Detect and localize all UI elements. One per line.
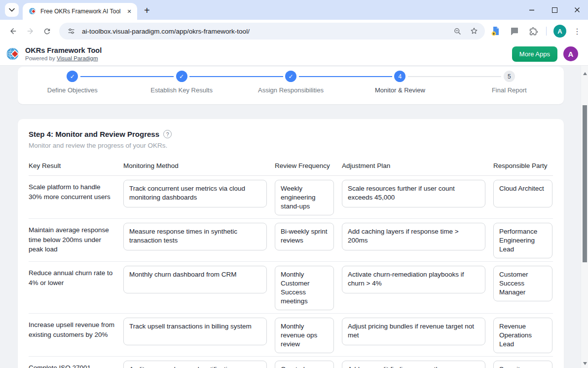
triangle-down-icon	[583, 362, 587, 365]
triangle-up-icon	[583, 72, 587, 75]
forward-button[interactable]	[23, 24, 37, 39]
key-result-text: Complete ISO 27001 certification for all…	[29, 361, 115, 368]
monitoring-method-box[interactable]: Monthly churn dashboard from CRM	[123, 266, 267, 293]
panel-subtitle: Monitor and review the progress of your …	[29, 142, 553, 149]
monitoring-method-box[interactable]: Track concurrent user metrics via cloud …	[123, 180, 267, 207]
key-result-text: Increase upsell revenue from existing cu…	[29, 318, 115, 339]
toolbar-divider	[546, 27, 547, 36]
monitoring-method-box[interactable]: Measure response times in synthetic tran…	[123, 223, 267, 250]
tab-close-icon[interactable]: ✕	[125, 7, 133, 15]
monitoring-method-box[interactable]: Track upsell transactions in billing sys…	[123, 318, 267, 345]
adjustment-plan-box[interactable]: Scale resources further if user count ex…	[342, 180, 485, 207]
stepper-step: 4 Monitor & Review	[345, 71, 454, 94]
step-circle[interactable]: ✓	[67, 71, 78, 82]
extensions-puzzle-icon[interactable]	[527, 25, 539, 37]
review-frequency-box[interactable]: Weekly engineering stand-ups	[275, 180, 334, 215]
results-table: Key Result Monitoring Method Review Freq…	[29, 162, 553, 368]
powered-by-link[interactable]: Visual Paradigm	[57, 55, 98, 61]
arrow-right-icon	[26, 27, 35, 36]
app-header: OKRs Framework Tool Powered by Visual Pa…	[0, 42, 588, 66]
table-header-row: Key Result Monitoring Method Review Freq…	[29, 162, 553, 176]
step-panel: Step 4: Monitor and Review Progress ? Mo…	[18, 119, 564, 368]
stepper-step: 5 Final Report	[455, 71, 564, 94]
step-label: Define Objectives	[47, 86, 98, 94]
scrollbar[interactable]	[581, 66, 588, 368]
browser-tab[interactable]: Free OKRs Framework AI Tool | ✕	[23, 3, 137, 20]
scrollbar-down-arrow[interactable]	[581, 360, 588, 367]
responsible-party-box[interactable]: Performance Engineering Lead	[493, 223, 552, 258]
url-bar[interactable]: ai-toolbox.visual-paradigm.com/app/okrs-…	[59, 23, 485, 40]
stepper-step: ✓ Define Objectives	[18, 71, 127, 94]
table-row: Scale platform to handle 30% more concur…	[29, 176, 553, 219]
browser-titlebar: Free OKRs Framework AI Tool | ✕ +	[0, 0, 588, 20]
step-circle[interactable]: 4	[394, 71, 405, 82]
new-tab-button[interactable]: +	[144, 5, 150, 15]
column-header: Key Result	[29, 162, 115, 169]
tab-search-button[interactable]	[5, 3, 19, 17]
key-result-text: Maintain average response time below 200…	[29, 223, 115, 254]
monitoring-method-box[interactable]: Audit progress logs and certification	[123, 361, 267, 368]
responsible-party-box[interactable]: Revenue Operations Lead	[493, 318, 552, 353]
help-icon[interactable]: ?	[163, 130, 172, 138]
back-button[interactable]	[6, 24, 21, 39]
review-frequency-box[interactable]: Bi-weekly sprint reviews	[275, 223, 334, 250]
minimize-button[interactable]	[528, 6, 536, 14]
minimize-icon	[529, 7, 535, 13]
scrollbar-up-arrow[interactable]	[581, 70, 588, 77]
maximize-button[interactable]	[551, 6, 558, 14]
reload-button[interactable]	[39, 24, 54, 39]
responsible-party-box[interactable]: Security	[493, 361, 552, 368]
close-icon	[574, 7, 580, 13]
more-apps-button[interactable]: More Apps	[512, 46, 557, 62]
stepper: ✓ Define Objectives ✓ Establish Key Resu…	[18, 67, 564, 94]
browser-profile-avatar[interactable]: A	[553, 25, 566, 38]
step-label: Assign Responsibilities	[258, 86, 324, 94]
panel-title: Step 4: Monitor and Review Progress	[29, 130, 159, 138]
column-header: Adjustment Plan	[342, 162, 485, 169]
step-circle[interactable]: ✓	[285, 71, 296, 82]
browser-menu-kebab-icon[interactable]: ⋮	[573, 27, 581, 36]
review-frequency-box[interactable]: Monthly Customer Success meetings	[275, 266, 334, 310]
page-content: ✓ Define Objectives ✓ Establish Key Resu…	[0, 66, 588, 368]
table-row: Reduce annual churn rate to 4% or lower …	[29, 262, 553, 314]
table-row: Increase upsell revenue from existing cu…	[29, 314, 553, 357]
table-body: Scale platform to handle 30% more concur…	[29, 176, 553, 368]
step-circle[interactable]: ✓	[176, 71, 187, 82]
zoom-out-icon[interactable]	[451, 25, 463, 37]
scrollbar-thumb[interactable]	[583, 105, 587, 262]
step-label: Establish Key Results	[150, 86, 213, 94]
user-avatar[interactable]: A	[563, 46, 578, 61]
adjustment-plan-box[interactable]: Adjust pricing bundles if revenue target…	[342, 318, 485, 345]
adjustment-plan-box[interactable]: Add caching layers if response time > 20…	[342, 223, 485, 250]
column-header: Responsible Party	[493, 162, 552, 169]
column-header: Monitoring Method	[123, 162, 267, 169]
chevron-down-icon	[9, 8, 15, 12]
table-row: Maintain average response time below 200…	[29, 219, 553, 262]
url-text[interactable]: ai-toolbox.visual-paradigm.com/app/okrs-…	[82, 28, 446, 35]
browser-toolbar: ai-toolbox.visual-paradigm.com/app/okrs-…	[0, 20, 588, 42]
maximize-icon	[552, 7, 557, 13]
adjustment-plan-box[interactable]: Address audit findings promptly	[342, 361, 485, 368]
table-row: Complete ISO 27001 certification for all…	[29, 357, 553, 368]
reload-icon	[43, 27, 51, 36]
stepper-step: ✓ Establish Key Results	[127, 71, 236, 94]
docs-offline-icon[interactable]	[490, 25, 502, 37]
app-title: OKRs Framework Tool	[25, 46, 102, 55]
responsible-party-box[interactable]: Customer Success Manager	[493, 266, 552, 301]
arrow-left-icon	[9, 27, 18, 36]
adjustment-plan-box[interactable]: Activate churn-remediation playbooks if …	[342, 266, 485, 293]
step-label: Final Report	[492, 86, 527, 94]
step-circle[interactable]: 5	[504, 71, 515, 82]
bookmark-star-icon[interactable]	[468, 25, 480, 37]
chat-bubble-icon[interactable]	[509, 25, 520, 37]
key-result-text: Reduce annual churn rate to 4% or lower	[29, 266, 115, 287]
site-settings-icon[interactable]	[65, 25, 77, 37]
tab-title: Free OKRs Framework AI Tool |	[40, 8, 121, 15]
key-result-text: Scale platform to handle 30% more concur…	[29, 180, 115, 202]
responsible-party-box[interactable]: Cloud Architect	[493, 180, 552, 207]
stepper-step: ✓ Assign Responsibilities	[236, 71, 345, 94]
review-frequency-box[interactable]: Quarterly	[275, 361, 334, 368]
column-header: Review Frequency	[275, 162, 334, 169]
close-window-button[interactable]	[573, 6, 581, 14]
review-frequency-box[interactable]: Monthly revenue ops review	[275, 318, 334, 353]
